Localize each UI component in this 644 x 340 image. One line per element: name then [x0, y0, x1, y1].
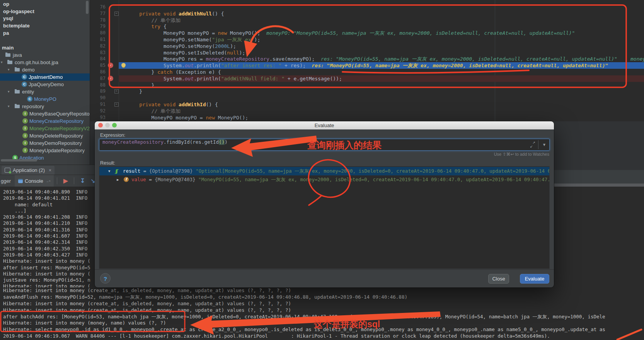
help-button[interactable]: ?: [100, 273, 111, 284]
tree-item-label: com.git.hui.boot.jpa: [15, 59, 58, 66]
expand-arrow-icon[interactable]: ▾: [8, 103, 10, 110]
code-text: // 单个添加: [127, 108, 181, 114]
zoom-window-button[interactable]: [112, 123, 117, 128]
result-row[interactable]: ▼ʃʃresult = {Optional@7398} "Optional[Mo…: [99, 167, 549, 175]
console-output[interactable]: 2019-06-14 09:40:40.890 INFO2019-06-14 0…: [0, 187, 95, 287]
expression-label: Expression:: [100, 133, 125, 138]
close-window-button[interactable]: [98, 123, 103, 128]
tree-item-pa[interactable]: pa: [0, 29, 90, 37]
tree-item-entity[interactable]: ▾entity: [0, 88, 90, 95]
expander-arrow-icon[interactable]: ▶: [117, 175, 119, 184]
console-line: Hibernate: insert into money (: [0, 271, 95, 277]
code-line-81: 81 moneyPO.setName("jpa 一灰灰 ex");: [90, 36, 644, 43]
tab-debugger[interactable]: gger: [0, 178, 15, 184]
line-number[interactable]: 92: [90, 108, 106, 114]
history-dropdown-icon[interactable]: ▼: [542, 139, 546, 150]
line-number[interactable]: 78: [90, 17, 106, 24]
breakpoint-icon[interactable]: ✓: [108, 63, 113, 68]
line-number[interactable]: 79: [90, 23, 106, 30]
console-line: Hibernate: insert into money (: [0, 283, 95, 287]
line-number[interactable]: 77: [90, 10, 106, 17]
tree-item-demo[interactable]: ▾demo: [0, 66, 90, 73]
line-number[interactable]: 80: [90, 30, 106, 36]
code-text: }: [127, 88, 142, 95]
close-icon[interactable]: ×: [49, 168, 51, 173]
code-line-82: 82 moneyPO.setMoney(2000L);: [90, 43, 644, 49]
tree-item-op[interactable]: op: [0, 0, 90, 8]
tree-item-jpainsertdemo[interactable]: CJpaInsertDemo: [0, 73, 90, 81]
line-number[interactable]: 84: [90, 56, 106, 62]
scroll-to-end-icon[interactable]: ↧: [77, 177, 88, 184]
tree-item-java[interactable]: java: [0, 51, 90, 59]
console-line: Hibernate: insert into money (money, nam…: [0, 320, 644, 326]
result-tree[interactable]: ▼ʃʃresult = {Optional@7398} "Optional[Mo…: [99, 166, 550, 269]
fold-marker-icon[interactable]: −: [114, 89, 119, 94]
tree-item-main[interactable]: main: [0, 44, 90, 51]
debug-window-icon: [5, 168, 10, 173]
tree-item-label: repository: [22, 103, 44, 110]
result-row[interactable]: ▶fvalue = {MoneyPO@7403} "MoneyPO(id=55,…: [99, 175, 549, 184]
breakpoint-icon[interactable]: ✓: [108, 76, 113, 81]
panel-divider[interactable]: [90, 0, 90, 165]
console-line: Hibernate: insert into money (create_at,…: [0, 307, 644, 314]
line-number[interactable]: 83: [90, 49, 106, 56]
line-number[interactable]: 93: [90, 114, 106, 121]
tree-item-moneypo[interactable]: CMoneyPO: [0, 95, 90, 103]
line-number[interactable]: 76: [90, 4, 106, 10]
tree-item-label: pa: [3, 29, 9, 37]
line-number[interactable]: 91: [90, 101, 106, 108]
tree-item-label: ysql: [3, 15, 13, 22]
watches-hint: Use ⇧⌘↩ to add to Watches: [494, 152, 549, 157]
dialog-titlebar[interactable]: Evaluate: [95, 121, 554, 129]
tree-item-moneyupdaterepository[interactable]: IMoneyUpdateRepository: [0, 147, 90, 154]
horizontal-scrollbar[interactable]: [554, 184, 644, 187]
tree-item-repository[interactable]: ▾repository: [0, 103, 90, 110]
code-line-76: 76: [90, 4, 644, 10]
line-number[interactable]: 86: [90, 69, 106, 75]
expression-input[interactable]: moneyCreateRepository.findById(res.getId…: [99, 139, 550, 151]
code-lines: 7677− private void addWithNull() {78 // …: [90, 0, 644, 121]
tree-item-jpaquerydemo[interactable]: CJpaQueryDemo: [0, 81, 90, 88]
tab-application[interactable]: Application (2) ×: [2, 166, 55, 175]
line-number[interactable]: 87: [90, 75, 106, 82]
tree-item-com-git-hui-boot-jpa[interactable]: ▾com.git.hui.boot.jpa: [0, 59, 90, 66]
code-line-83: 83 moneyPO.setIsDeleted(null);: [90, 49, 644, 56]
show-execution-point-icon[interactable]: ▶: [60, 177, 71, 184]
console-empty-area: [554, 187, 644, 287]
expand-editor-icon[interactable]: ↗↙: [530, 140, 535, 149]
code-line-87: 87✓ System.out.println("addWithNull fiel…: [90, 75, 644, 82]
line-number[interactable]: 82: [90, 43, 106, 49]
line-number[interactable]: 90: [90, 95, 106, 101]
console-icon: [18, 179, 23, 183]
close-button[interactable]: Close: [488, 274, 509, 284]
interface-icon: I: [22, 126, 28, 131]
fold-marker-icon[interactable]: −: [114, 102, 119, 107]
folder-icon: [15, 105, 20, 108]
expander-arrow-icon[interactable]: ▼: [108, 167, 110, 175]
evaluate-button[interactable]: Evaluate: [520, 274, 549, 284]
fold-marker-icon[interactable]: −: [114, 12, 119, 16]
console-output-bottom[interactable]: Hibernate: insert into money (create_at,…: [0, 287, 644, 340]
tab-console[interactable]: Console →ⁿ: [15, 175, 54, 187]
expression-value: moneyCreateRepository.findById(res.getId…: [102, 139, 228, 145]
tree-item-moneydemorepository[interactable]: IMoneyDemoRepository: [0, 139, 90, 147]
line-number[interactable]: 85: [90, 62, 106, 69]
expand-arrow-icon[interactable]: ▾: [1, 59, 3, 66]
line-number[interactable]: 89: [90, 88, 106, 95]
expand-arrow-icon[interactable]: ▾: [8, 88, 10, 95]
tree-item-ysql[interactable]: ysql: [0, 15, 90, 22]
tree-item-moneybasequeryrepository[interactable]: IMoneyBaseQueryRepository: [0, 110, 90, 117]
expand-arrow-icon[interactable]: ▾: [8, 66, 10, 73]
tree-item-bctemplate[interactable]: bctemplate: [0, 22, 90, 29]
minimize-window-button[interactable]: [105, 123, 110, 128]
tab-overflow-indicator: →ⁿ: [45, 179, 51, 183]
tree-horizontal-scrollbar[interactable]: [1, 159, 37, 162]
tree-item-moneycreaterepositoryv2[interactable]: IMoneyCreateRepositoryV2: [0, 125, 90, 132]
tree-item-op-logaspect[interactable]: op-logaspect: [0, 8, 90, 15]
line-number[interactable]: 88: [90, 82, 106, 88]
tree-item-moneydeleterepository[interactable]: IMoneyDeleteRepository: [0, 132, 90, 139]
line-number[interactable]: 81: [90, 36, 106, 43]
tree-item-label: MoneyPO: [34, 95, 56, 103]
tree-vertical-scrollbar[interactable]: [86, 1, 89, 14]
tree-item-moneycreaterepository[interactable]: IMoneyCreateRepository: [0, 117, 90, 125]
